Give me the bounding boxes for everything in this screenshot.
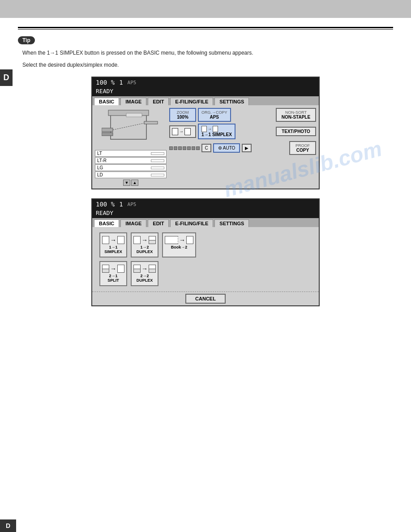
- tab-edit-1[interactable]: EDIT: [148, 98, 169, 105]
- duplex-bottom-row: → 2→1SPLIT →: [96, 259, 315, 288]
- auto-button[interactable]: ⚙ AUTO: [213, 143, 240, 153]
- screen1-ready: READY: [92, 87, 319, 96]
- svg-rect-2: [126, 113, 142, 117]
- body-text-2: Select the desired duplex/simplex mode.: [22, 61, 393, 69]
- org-copy-button[interactable]: ORG.→COPY APS: [198, 108, 231, 122]
- svg-rect-3: [102, 128, 113, 132]
- tab-efiling-2[interactable]: E-FILING/FILE: [170, 219, 213, 227]
- screen-status-bar-1: 100 % 1 AP5: [92, 77, 319, 87]
- dot-1: [169, 146, 173, 150]
- tip-badge: Tip: [18, 36, 35, 44]
- tab-edit-2[interactable]: EDIT: [148, 219, 169, 227]
- screen1-right-panel: ZOOM 100% ORG.→COPY APS NON-SORT NON-STA…: [169, 108, 316, 186]
- btn-row-3: C ⚙ AUTO ▶ PROOF COPY: [169, 141, 316, 155]
- tab-image-1[interactable]: IMAGE: [120, 98, 146, 105]
- page-icon-1: →: [169, 125, 196, 138]
- next-button[interactable]: ▶: [242, 144, 252, 152]
- dot-6: [192, 146, 195, 150]
- tab-basic-1[interactable]: BASIC: [94, 98, 119, 105]
- tab-basic-2[interactable]: BASIC: [94, 219, 119, 227]
- paper-down-arrow[interactable]: ▼: [123, 180, 130, 186]
- paper-up-arrow[interactable]: ▲: [131, 180, 138, 186]
- header-bar: [0, 0, 411, 18]
- tab-image-2[interactable]: IMAGE: [120, 219, 146, 227]
- screen-panel-2: 100 % 1 AP5 READY BASIC IMAGE EDIT E-FIL…: [91, 198, 320, 306]
- screen1-ap: AP5: [128, 80, 137, 86]
- body-text-1: When the 1→1 SIMPLEX button is pressed o…: [22, 49, 393, 57]
- screen2-tab-bar: BASIC IMAGE EDIT E-FILING/FILE SETTINGS: [92, 218, 319, 227]
- paper-lt-r: LT-R: [95, 157, 167, 164]
- copier-area: LT LT-R LG LD: [95, 108, 167, 186]
- tab-settings-1[interactable]: SETTINGS: [214, 98, 249, 105]
- rule-thin: [18, 29, 393, 30]
- duplex-2to1-split[interactable]: → 2→1SPLIT: [99, 261, 127, 286]
- dot-3: [178, 146, 182, 150]
- proof-copy-button[interactable]: PROOF COPY: [289, 141, 316, 155]
- paper-size-list: LT LT-R LG LD: [95, 150, 167, 179]
- duplex-2to2-duplex[interactable]: → 2→2DUPLEX: [131, 261, 158, 286]
- paper-lg: LG: [95, 164, 167, 171]
- tab-efiling-1[interactable]: E-FILING/FILE: [170, 98, 213, 105]
- screen1-count: 1: [119, 79, 123, 86]
- simplex-button[interactable]: → 1→1 SIMPLEX: [198, 124, 235, 139]
- screen2-ap: AP5: [128, 202, 137, 207]
- copier-image: [102, 108, 160, 148]
- duplex-options-area: → 1→1SIMPLEX → 1→2DUPLEX: [92, 227, 319, 292]
- side-letter-d: D: [0, 69, 13, 86]
- screen2-count: 1: [119, 201, 123, 208]
- duplex-1to1-simplex[interactable]: → 1→1SIMPLEX: [99, 232, 127, 257]
- dot-2: [174, 146, 177, 150]
- dot-4: [183, 146, 186, 150]
- paper-lt: LT: [95, 150, 167, 157]
- copy-count-dots: [169, 146, 200, 150]
- btn-row-1: ZOOM 100% ORG.→COPY APS NON-SORT NON-STA…: [169, 108, 316, 122]
- screen1-panel-content: LT LT-R LG LD: [92, 105, 319, 189]
- zoom-button[interactable]: ZOOM 100%: [169, 108, 196, 122]
- bottom-page-tab: D: [0, 519, 16, 532]
- dot-7: [196, 146, 200, 150]
- paper-arrows: ▼ ▲: [123, 180, 138, 186]
- clear-button[interactable]: C: [201, 144, 211, 152]
- text-photo-button[interactable]: TEXT/PHOTO: [276, 127, 316, 136]
- paper-ld: LD: [95, 172, 167, 178]
- svg-rect-5: [144, 121, 158, 124]
- screen2-ready: READY: [92, 209, 319, 218]
- dot-5: [187, 146, 191, 150]
- cancel-button[interactable]: CANCEL: [185, 294, 226, 304]
- duplex-1to2-duplex[interactable]: → 1→2DUPLEX: [131, 232, 158, 257]
- btn-row-2: → → 1→1 SIMPLEX TEXT/PHOTO: [169, 124, 316, 139]
- tab-settings-2[interactable]: SETTINGS: [214, 219, 249, 227]
- duplex-top-row: → 1→1SIMPLEX → 1→2DUPLEX: [96, 231, 315, 259]
- screen-panel-1: 100 % 1 AP5 READY BASIC IMAGE EDIT E-FIL…: [91, 77, 320, 189]
- rule-thick: [18, 27, 393, 28]
- duplex-book-to-2[interactable]: → Book→2: [162, 232, 196, 257]
- non-sort-button[interactable]: NON-SORT NON-STAPLE: [276, 108, 316, 122]
- cancel-bar: CANCEL: [92, 292, 319, 305]
- screen-status-bar-2: 100 % 1 AP5: [92, 199, 319, 209]
- svg-rect-4: [102, 133, 113, 136]
- screen2-status: 100 %: [96, 201, 115, 208]
- screen1-tab-bar: BASIC IMAGE EDIT E-FILING/FILE SETTINGS: [92, 96, 319, 105]
- screen1-status: 100 %: [96, 79, 115, 86]
